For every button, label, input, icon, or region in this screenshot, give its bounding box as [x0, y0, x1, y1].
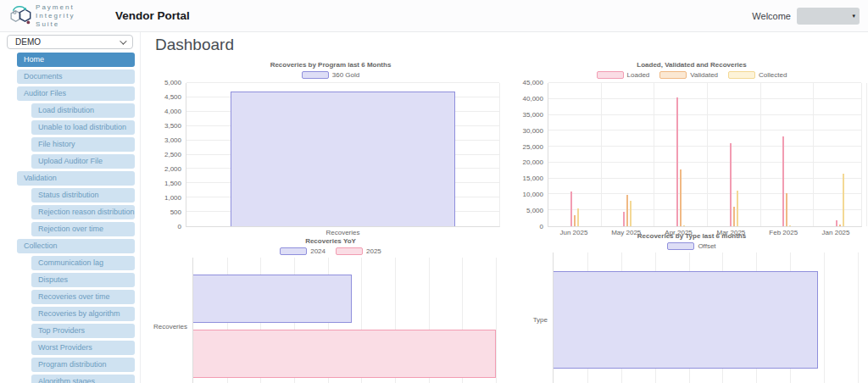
legend-label: Loaded [627, 71, 650, 79]
sidebar-item-worst-providers[interactable]: Worst Providers [31, 341, 135, 355]
sidebar-item-load-distribution[interactable]: Load distribution [31, 103, 135, 118]
chart-title: Recoveries by Type last 6 months [517, 229, 866, 239]
bar-collected [577, 208, 579, 226]
chart-title: Loaded, Validated and Recoveries [517, 58, 866, 68]
chart-plot [186, 83, 500, 227]
sidebar: DEMO HomeDocumentsAuditor FilesLoad dist… [0, 32, 141, 383]
sidebar-item-unable-to-load-distribution[interactable]: Unable to load distribution [31, 120, 135, 135]
bar-group [708, 83, 761, 226]
sidebar-item-program-distribution[interactable]: Program distribution [31, 358, 135, 372]
bar-group [602, 83, 655, 226]
legend-item-360-gold[interactable]: 360 Gold [302, 71, 359, 79]
bars [554, 253, 858, 383]
chart-body: 05,00010,00015,00020,00025,00030,00035,0… [517, 81, 866, 237]
logo-icon [8, 3, 32, 29]
y-tick-label: 3,000 [164, 136, 181, 144]
app-logo: Payment Integrity Suite [8, 3, 112, 29]
chart-legend: Offset [517, 239, 866, 253]
chart-plot [548, 83, 862, 227]
y-tick-label: 30,000 [523, 127, 543, 135]
sidebar-item-algorithm-stages[interactable]: Algorithm stages [31, 375, 135, 383]
bar-group [814, 83, 867, 226]
y-tick-label: 15,000 [523, 175, 543, 182]
bar-loaded [623, 212, 625, 226]
chart-body: Recoveries [157, 258, 504, 383]
sidebar-item-file-history[interactable]: File history [31, 137, 135, 152]
y-tick-label: 40,000 [523, 95, 543, 103]
y-tick-label: 1,000 [164, 194, 181, 202]
sidebar-item-rejection-over-time[interactable]: Rejection over time [31, 222, 135, 236]
bar-validated [626, 195, 628, 226]
legend-label: Collected [759, 71, 787, 79]
bar-2024 [193, 275, 352, 323]
bar-loaded [782, 136, 784, 226]
legend-item-2025[interactable]: 2025 [336, 247, 381, 255]
chart-recoveries-by-program: Recoveries by Program last 6 Months 360 … [157, 58, 504, 237]
bar-validated [574, 215, 576, 226]
y-tick-label: 500 [170, 208, 181, 216]
bar-2025 [193, 330, 496, 378]
chart-title: Recoveries by Program last 6 Months [157, 58, 504, 68]
y-tick-label: 2,000 [164, 165, 181, 173]
sidebar-item-recoveries-over-time[interactable]: Recoveries over time [31, 290, 135, 304]
sidebar-item-top-providers[interactable]: Top Providers [31, 324, 135, 338]
bar-loaded [730, 143, 732, 226]
y-tick-label: 0 [178, 223, 181, 230]
chart-title: Recoveries YoY [157, 234, 504, 244]
bar-offset [554, 271, 818, 369]
bar-validated [786, 193, 787, 226]
legend-swatch-icon [302, 71, 329, 79]
legend-item-loaded[interactable]: Loaded [597, 71, 650, 79]
sidebar-item-upload-auditor-file[interactable]: Upload Auditor File [31, 154, 135, 169]
bar-group [548, 83, 602, 226]
legend-item-2024[interactable]: 2024 [280, 247, 326, 255]
sidebar-item-status-distribution[interactable]: Status distribution [31, 188, 135, 203]
welcome-label: Welcome [752, 11, 791, 21]
chart-plot [192, 258, 496, 383]
sidebar-item-documents[interactable]: Documents [17, 69, 135, 84]
bar-groups [548, 83, 861, 226]
chart-body: Type [517, 253, 866, 383]
legend-label: 360 Gold [332, 71, 359, 79]
bar-collected [630, 201, 632, 226]
y-tick-label: 2,500 [164, 151, 181, 158]
client-select-value: DEMO [15, 37, 41, 47]
sidebar-item-recoveries-by-algorithm[interactable]: Recoveries by algorithm [31, 307, 135, 321]
bar-loaded [570, 192, 572, 226]
sidebar-item-collection[interactable]: Collection [17, 239, 135, 253]
bar-loaded [676, 97, 678, 226]
legend-swatch-icon [336, 247, 363, 255]
bar-validated [733, 207, 735, 226]
sidebar-item-auditor-files[interactable]: Auditor Files [17, 86, 135, 101]
bar-validated [680, 169, 682, 226]
chart-loaded-validated-recoveries: Loaded, Validated and Recoveries LoadedV… [517, 58, 866, 237]
sidebar-item-validation[interactable]: Validation [17, 171, 135, 186]
legend-swatch-icon [280, 247, 307, 255]
chart-plot [553, 253, 858, 383]
chart-legend: 360 Gold [157, 68, 504, 81]
sidebar-item-home[interactable]: Home [17, 53, 135, 67]
chart-legend: LoadedValidatedCollected [517, 68, 866, 81]
bar-collected [843, 174, 844, 226]
y-tick-label: 5,000 [526, 207, 543, 214]
y-tick-label: 4,500 [164, 93, 181, 101]
legend-item-validated[interactable]: Validated [659, 71, 718, 79]
user-dropdown[interactable]: ▾ [797, 8, 860, 25]
sidebar-item-communication-lag[interactable]: Communication lag [31, 256, 135, 270]
y-tick-label: 3,500 [164, 122, 181, 130]
legend-swatch-icon [667, 242, 694, 250]
bar-validated [839, 225, 841, 226]
bar-loaded [836, 220, 837, 226]
sidebar-item-rejection-reason-distribution[interactable]: Rejection reason distribution [31, 205, 135, 219]
bar-collected [789, 225, 791, 226]
legend-swatch-icon [659, 71, 687, 79]
client-select[interactable]: DEMO [7, 35, 133, 49]
legend-label: 2024 [310, 247, 326, 255]
legend-item-collected[interactable]: Collected [728, 71, 787, 79]
bar-groups [186, 83, 499, 226]
sidebar-item-disputes[interactable]: Disputes [31, 273, 135, 287]
legend-swatch-icon [597, 71, 624, 79]
chart-recoveries-by-type: Recoveries by Type last 6 months Offset … [517, 229, 866, 383]
gridline [496, 258, 497, 383]
legend-item-offset[interactable]: Offset [667, 242, 715, 250]
